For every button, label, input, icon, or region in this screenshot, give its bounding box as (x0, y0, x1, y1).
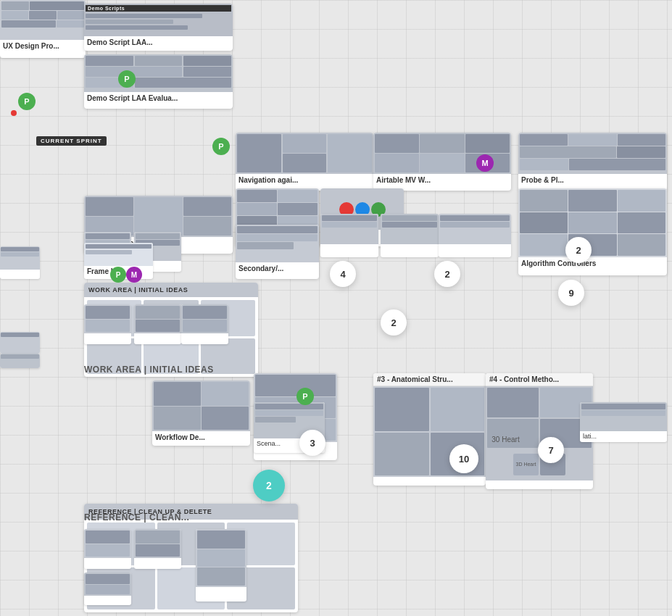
card-secondary[interactable]: Secondary/... (236, 225, 319, 279)
comment-bubble-2c[interactable]: 2 (381, 309, 407, 336)
card-work-sub1[interactable] (84, 304, 131, 344)
canvas[interactable]: UX Design Pro... P Demo Scripts Demo Scr… (0, 0, 672, 616)
card-work-sub3[interactable] (181, 304, 228, 344)
card-small-left3[interactable] (0, 354, 40, 368)
card-label-top: #4 - Control Metho... (486, 373, 593, 386)
red-dot (11, 110, 17, 116)
comment-bubble-7[interactable]: 7 (538, 437, 564, 463)
card-label: Navigation agai... (236, 174, 373, 186)
card-label: UX Design Pro... (0, 40, 86, 52)
card-workflow[interactable]: Workflow De... (152, 380, 250, 446)
card-ref4[interactable] (196, 529, 246, 602)
avatar-m2: M (126, 267, 142, 283)
card-label: Secondary/... (236, 262, 319, 275)
sprint-banner: CURRENT SPRINT (36, 136, 107, 146)
avatar-p3: P (212, 138, 230, 155)
card-label: Algorithm Controllers (518, 257, 667, 270)
card-ref3[interactable] (84, 573, 131, 605)
card-small-left2[interactable] (0, 332, 40, 354)
card-label-top: #3 - Anatomical Stru... (373, 373, 486, 386)
avatar-p1: P (18, 93, 36, 110)
comment-bubble-3[interactable]: 3 (299, 430, 325, 456)
comment-bubble-10[interactable]: 10 (449, 444, 478, 473)
card-label: Workflow De... (152, 431, 250, 444)
card-demo-script[interactable]: Demo Scripts Demo Script LAA... (84, 4, 233, 51)
card-mid3[interactable] (439, 214, 511, 257)
card-mid2[interactable] (381, 214, 439, 257)
comment-bubble-4[interactable]: 4 (330, 261, 356, 287)
card-control4[interactable]: #4 - Control Metho... 3D Heart (486, 373, 593, 489)
avatar-p4: P (110, 267, 126, 283)
card-ref1[interactable] (84, 529, 131, 569)
comment-bubble-9[interactable]: 9 (558, 280, 584, 306)
comment-bubble-2b[interactable]: 2 (434, 261, 460, 287)
comment-bubble-2a[interactable]: 2 (565, 237, 592, 263)
card-label: Airtable MV W... (373, 174, 511, 186)
comment-bubble-2-teal[interactable]: 2 (253, 470, 285, 501)
card-label: Demo Script LAA Evalua... (84, 92, 233, 104)
card-algorithm[interactable]: Algorithm Controllers (518, 188, 667, 275)
card-demo-eval[interactable]: Demo Script LAA Evalua... (84, 54, 233, 109)
avatar-p5: P (296, 388, 314, 405)
card-lati[interactable]: lati... (580, 402, 667, 442)
card-ref2[interactable] (134, 529, 181, 569)
card-label: Demo Script LAA... (84, 36, 233, 49)
section-label-work: WORK AREA | INITIAL IDEAS (84, 365, 214, 375)
card-label: Probe & Pl... (518, 174, 667, 186)
card-navigation[interactable]: Navigation agai... (236, 133, 373, 191)
avatar-m1: M (476, 154, 494, 172)
avatar-p2: P (118, 70, 136, 88)
card-mid1[interactable] (320, 214, 378, 257)
card-ux-design[interactable]: UX Design Pro... (0, 0, 86, 58)
card-work-sub2[interactable] (134, 304, 181, 344)
card-small-left1[interactable] (0, 246, 40, 279)
card-label: lati... (580, 431, 667, 441)
card-probe[interactable]: Probe & Pl... (518, 133, 667, 191)
section-label-reference: REFERENCE | CLEAN... (84, 512, 189, 523)
